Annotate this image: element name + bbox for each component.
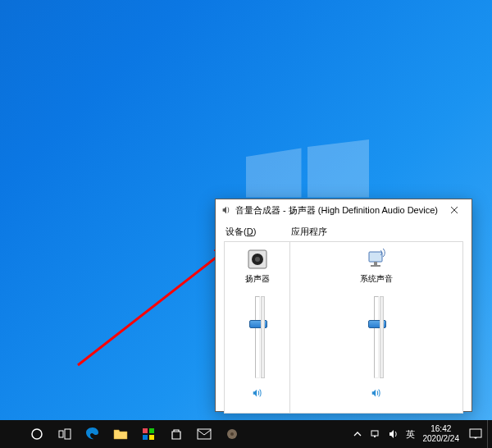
start-tiles-button[interactable] xyxy=(134,420,162,448)
device-panel: 扬声器 xyxy=(224,241,289,414)
volume-slider-system[interactable] xyxy=(360,296,393,378)
svg-line-4 xyxy=(78,244,234,365)
mixer-body: 设备(D) 扬声器 xyxy=(216,221,472,422)
svg-point-20 xyxy=(230,432,234,436)
svg-rect-9 xyxy=(374,262,377,265)
ime-indicator[interactable]: 英 xyxy=(403,428,418,441)
device-channel-speakers: 扬声器 xyxy=(231,247,284,413)
speaker-device-icon[interactable] xyxy=(245,247,270,272)
svg-rect-18 xyxy=(198,429,211,439)
clock-date: 2020/2/24 xyxy=(423,434,460,444)
window-titlebar[interactable]: 音量合成器 - 扬声器 (High Definition Audio Devic… xyxy=(216,199,472,221)
taskbar-clock[interactable]: 16:42 2020/2/24 xyxy=(418,424,465,444)
edge-browser-button[interactable] xyxy=(79,420,107,448)
volume-tray-icon[interactable] xyxy=(385,420,403,448)
svg-rect-21 xyxy=(371,431,378,436)
mute-button-system[interactable] xyxy=(367,385,385,401)
svg-rect-10 xyxy=(371,265,380,267)
svg-marker-1 xyxy=(308,139,369,198)
volume-slider-device[interactable] xyxy=(241,296,274,378)
device-section-header: 设备(D) xyxy=(224,226,289,238)
system-sounds-icon[interactable] xyxy=(364,247,389,272)
close-button[interactable] xyxy=(440,202,468,218)
app-channel-system-sounds: 系统声音 xyxy=(350,247,403,413)
action-center-button[interactable] xyxy=(464,420,487,448)
svg-rect-12 xyxy=(59,431,63,437)
svg-rect-15 xyxy=(149,428,154,433)
mute-button-device[interactable] xyxy=(248,385,266,401)
svg-point-11 xyxy=(32,429,42,439)
show-desktop-button[interactable] xyxy=(487,420,492,448)
volume-mixer-window: 音量合成器 - 扬声器 (High Definition Audio Devic… xyxy=(215,199,472,412)
svg-rect-16 xyxy=(143,435,148,440)
apps-panel: 系统声音 xyxy=(289,241,463,414)
clock-time: 16:42 xyxy=(423,424,460,434)
svg-rect-23 xyxy=(470,429,481,437)
window-title: 音量合成器 - 扬声器 (High Definition Audio Devic… xyxy=(235,204,440,217)
app-icon-disc[interactable] xyxy=(218,420,246,448)
svg-rect-22 xyxy=(374,436,376,437)
svg-marker-0 xyxy=(246,149,302,198)
task-view-button[interactable] xyxy=(51,420,79,448)
file-explorer-button[interactable] xyxy=(107,420,134,448)
desktop-wallpaper: 音量合成器 - 扬声器 (High Definition Audio Devic… xyxy=(0,0,492,448)
svg-point-7 xyxy=(255,257,260,262)
speaker-icon xyxy=(221,204,232,216)
channel-label: 系统声音 xyxy=(360,273,393,285)
taskbar: 英 16:42 2020/2/24 xyxy=(0,420,492,448)
apps-section-header: 应用程序 xyxy=(289,226,463,238)
svg-rect-14 xyxy=(143,428,148,433)
mail-button[interactable] xyxy=(190,420,218,448)
svg-rect-8 xyxy=(369,252,382,262)
svg-rect-13 xyxy=(65,429,71,439)
svg-rect-17 xyxy=(149,435,154,440)
store-button[interactable] xyxy=(162,420,190,448)
cortana-button[interactable] xyxy=(23,420,51,448)
channel-label: 扬声器 xyxy=(245,273,270,285)
tray-overflow-button[interactable] xyxy=(348,420,367,448)
network-icon[interactable] xyxy=(367,420,385,448)
